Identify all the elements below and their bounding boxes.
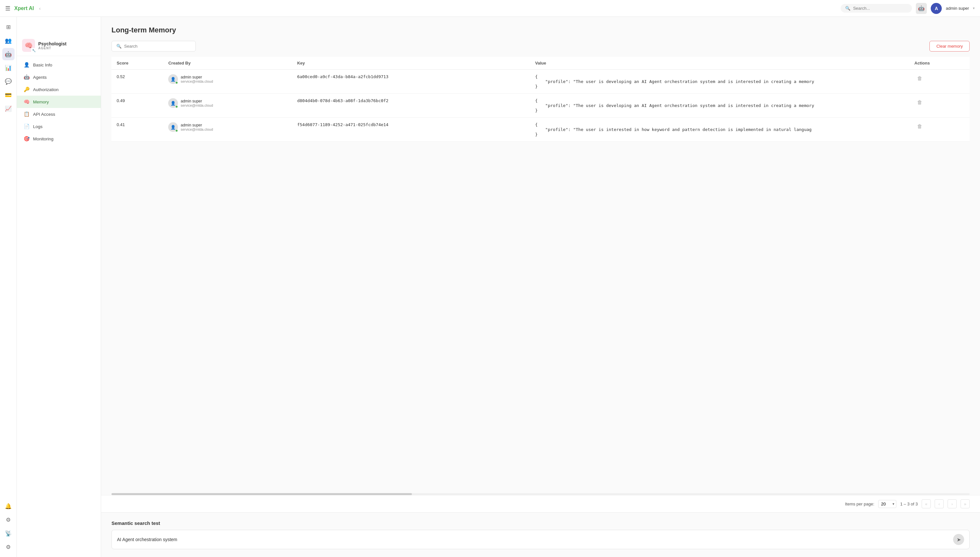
sidebar-item-api-access[interactable]: 📋 API Access [17,108,101,120]
sidebar-item-logs[interactable]: 📄 Logs [17,120,101,133]
next-page-button[interactable]: › [947,499,957,508]
first-page-button[interactable]: « [921,499,931,508]
semantic-send-button[interactable]: ➤ [953,534,964,545]
user-info: admin super service@mtda.cloud [180,123,213,131]
global-search-box: 🔍 [841,4,912,13]
agent-header: 🧠 🔧 Psychologist AGENT [17,34,101,56]
avatar[interactable]: A [931,3,942,14]
scroll-thumb [112,493,412,495]
key-cell: d804d4b0-078d-4b63-a08f-1da3b76bc0f2 [292,94,530,118]
sidebar-item-label: Logs [33,124,42,129]
delete-row-button[interactable]: 🗑 [915,98,925,107]
pagination-range: 1 – 3 of 3 [900,502,918,507]
created-by-cell: 👤 admin super service@mtda.cloud [163,118,292,142]
clear-memory-button[interactable]: Clear memory [930,41,970,52]
agent-type: AGENT [38,46,67,50]
sidebar-item-authorization[interactable]: 🔑 Authorization [17,83,101,96]
api-access-icon: 📋 [23,111,30,117]
rail-antenna-icon[interactable]: 📡 [2,527,15,539]
rail-dashboard-icon[interactable]: ⊞ [2,21,15,33]
sidebar-item-label: Authorization [33,87,59,92]
key-cell: 6a00ced0-a9cf-43da-b84a-a2fcb1dd9713 [292,70,530,94]
memory-search-input[interactable] [124,44,191,49]
rail-users-icon[interactable]: 👥 [2,34,15,47]
agents-icon: 🤖 [23,74,30,80]
agent-avatar: 🧠 🔧 [22,39,35,52]
rail-settings-icon[interactable]: ⚙ [2,541,15,553]
semantic-input-wrap: ➤ [112,530,970,549]
sidebar-item-basic-info[interactable]: 👤 Basic Info [17,59,101,71]
table-row: 0.52 👤 admin super service@mtda.cloud 6a… [112,70,970,94]
user-email: service@mtda.cloud [180,127,213,131]
horizontal-scrollbar[interactable] [112,493,970,495]
memory-table-wrapper: Score Created By Key Value Actions 0.52 … [112,57,970,490]
sidebar-item-label: Monitoring [33,137,54,142]
action-bar: 🔍 Clear memory [112,41,970,52]
delete-row-button[interactable]: 🗑 [915,74,925,83]
memory-search-box: 🔍 [112,41,196,52]
rail-agents-icon[interactable]: 🤖 [2,48,15,60]
rail-notifications-icon[interactable]: 🔔 [2,500,15,512]
sidebar: 🧠 🔧 Psychologist AGENT 👤 Basic Info 🤖 Ag… [17,17,101,557]
user-menu-chevron-icon[interactable]: ▾ [973,6,975,10]
rail-chat-icon[interactable]: 💬 [2,75,15,88]
score-cell: 0.49 [112,94,163,118]
back-button[interactable]: ‹ [39,6,41,11]
table-row: 0.41 👤 admin super service@mtda.cloud f5… [112,118,970,142]
score-cell: 0.41 [112,118,163,142]
sidebar-item-label: Basic Info [33,63,52,67]
content-inner: Long-term Memory 🔍 Clear memory Score Cr… [101,17,980,495]
prev-page-button[interactable]: ‹ [934,499,944,508]
user-display-name: admin super [180,123,213,127]
agent-badge-icon: 🔧 [31,48,36,53]
col-value: Value [530,57,909,70]
page-title: Long-term Memory [112,26,970,34]
user-name[interactable]: admin super [946,6,969,11]
actions-cell: 🗑 [909,118,970,142]
user-info: admin super service@mtda.cloud [180,99,213,107]
user-avatar: 👤 [168,74,178,84]
status-dot [176,105,178,108]
search-icon: 🔍 [116,44,122,49]
user-info: admin super service@mtda.cloud [180,75,213,83]
actions-cell: 🗑 [909,94,970,118]
menu-toggle-icon[interactable]: ☰ [5,5,10,12]
robot-icon[interactable]: 🤖 [916,3,927,14]
sidebar-item-label: Memory [33,99,49,104]
rail-filters-icon[interactable]: ⚙ [2,513,15,526]
sidebar-item-agents[interactable]: 🤖 Agents [17,71,101,83]
user-display-name: admin super [180,75,213,80]
logs-icon: 📄 [23,124,30,129]
user-email: service@mtda.cloud [180,103,213,107]
rail-billing-icon[interactable]: 💳 [2,89,15,101]
user-avatar: 👤 [168,122,178,132]
sidebar-item-label: Agents [33,75,47,80]
app-logo: Xpert AI [14,5,34,11]
main-wrapper: 🧠 🔧 Psychologist AGENT 👤 Basic Info 🤖 Ag… [17,17,980,557]
agent-name: Psychologist [38,41,67,46]
key-cell: f54d6077-1189-4252-a471-025fcdb74e14 [292,118,530,142]
col-created-by: Created By [163,57,292,70]
score-cell: 0.52 [112,70,163,94]
rail-reports-icon[interactable]: 📈 [2,103,15,115]
rail-analytics-icon[interactable]: 📊 [2,62,15,74]
user-avatar: 👤 [168,98,178,108]
items-per-page-select[interactable]: 10 20 50 100 [878,500,896,508]
delete-row-button[interactable]: 🗑 [915,122,925,131]
sidebar-item-memory[interactable]: 🧠 Memory [17,96,101,108]
top-header: ☰ Xpert AI ‹ 🔍 🤖 A admin super ▾ [0,0,980,17]
content-area: Long-term Memory 🔍 Clear memory Score Cr… [101,17,980,557]
global-search-input[interactable] [853,6,907,11]
memory-table: Score Created By Key Value Actions 0.52 … [112,57,970,142]
status-dot [176,129,178,132]
memory-icon: 🧠 [23,99,30,105]
sidebar-item-monitoring[interactable]: 🎯 Monitoring [17,133,101,145]
last-page-button[interactable]: » [960,499,970,508]
table-row: 0.49 👤 admin super service@mtda.cloud d8… [112,94,970,118]
search-icon: 🔍 [845,6,850,11]
basic-info-icon: 👤 [23,62,30,68]
actions-cell: 🗑 [909,70,970,94]
status-dot [176,81,178,84]
created-by-cell: 👤 admin super service@mtda.cloud [163,70,292,94]
semantic-search-input[interactable] [117,537,953,542]
